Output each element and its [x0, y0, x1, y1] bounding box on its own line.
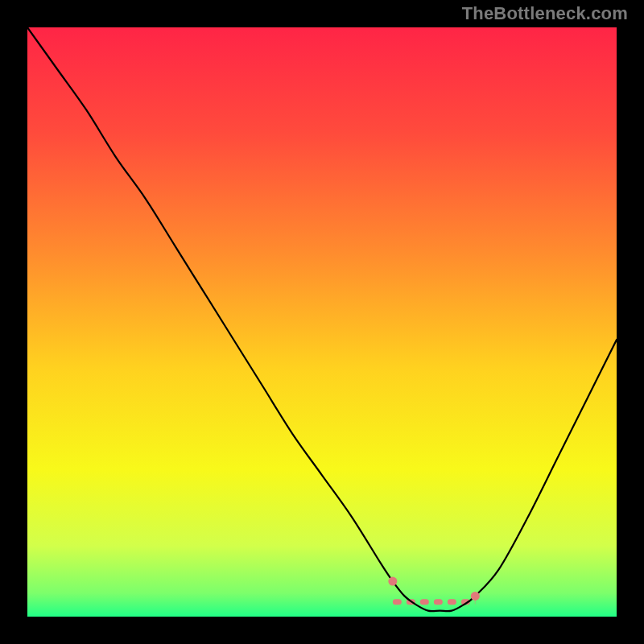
svg-point-7 — [388, 577, 397, 586]
bottleneck-chart — [27, 27, 617, 617]
svg-rect-2 — [420, 599, 429, 605]
gradient-background — [27, 27, 617, 617]
chart-frame: TheBottleneck.com — [0, 0, 644, 644]
svg-rect-0 — [393, 599, 402, 605]
plot-area — [27, 27, 617, 617]
svg-point-8 — [471, 592, 480, 601]
svg-rect-4 — [448, 599, 456, 605]
watermark-label: TheBottleneck.com — [462, 3, 628, 24]
svg-rect-3 — [434, 599, 443, 605]
